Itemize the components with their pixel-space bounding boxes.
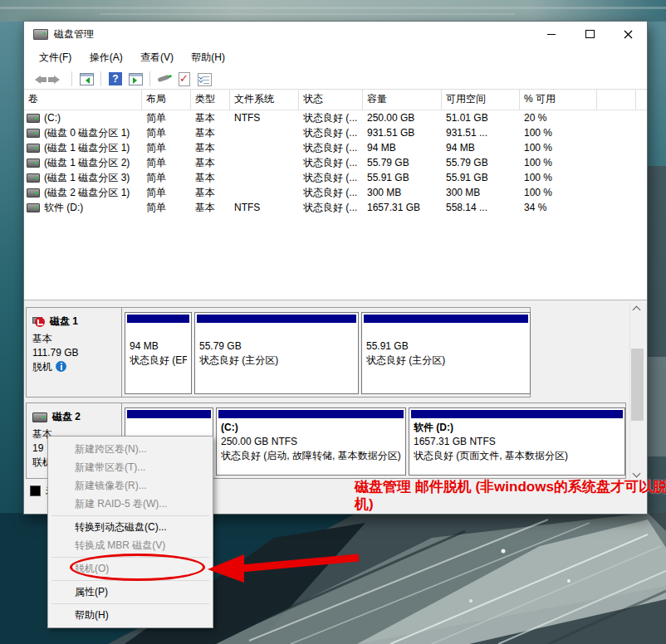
column-header-capacity[interactable]: 容量 [363,90,442,110]
column-header-filesystem[interactable]: 文件系统 [230,90,299,110]
volume-name: (磁盘 0 磁盘分区 1) [44,125,130,140]
volume-name: (磁盘 1 磁盘分区 3) [44,170,130,185]
volume-row[interactable]: (C:) 简单 基本 NTFS 状态良好 (... 250.00 GB 51.0… [24,110,647,125]
volume-icon [27,203,40,212]
vertical-scrollbar[interactable] [629,303,644,481]
annotation-ellipse [70,554,205,581]
checklist-icon[interactable] [196,71,213,86]
volume-icon [27,188,40,198]
menu-item-properties[interactable]: 属性(P) [50,583,211,601]
unallocated-swatch [30,485,41,496]
disk2-partition-c[interactable]: (C:) 250.00 GB NTFS 状态良好 (启动, 故障转储, 基本数据… [216,407,406,476]
partition-size: 55.91 GB [366,339,526,354]
volume-row[interactable]: (磁盘 1 磁盘分区 3) 简单 基本 状态良好 (... 55.91 GB 5… [24,170,647,185]
volume-icon [27,173,40,183]
partition-color-bar [364,315,528,323]
column-header-volume[interactable]: 卷 [24,90,142,110]
menu-item-help[interactable]: 帮助(H) [50,606,211,624]
volume-icon [27,129,40,138]
menu-help[interactable]: 帮助(H) [184,46,233,68]
partition-label [366,325,526,339]
green-play-icon [133,77,140,84]
menu-item-convert-to-mbr-disk[interactable]: 转换成 MBR 磁盘(V) [50,536,211,554]
column-header-type[interactable]: 类型 [191,90,230,110]
caption-buttons [532,22,647,46]
help-icon[interactable]: ? [107,71,124,86]
volume-name: 软件 (D:) [44,200,83,215]
disk1-name: 磁盘 1 [50,315,78,329]
disk1-type: 基本 [32,332,121,346]
disk1-partition-3[interactable]: 55.91 GB 状态良好 (主分区) [361,312,531,394]
title-bar: 磁盘管理 [24,22,647,46]
back-icon[interactable] [29,71,46,86]
disk-offline-icon [32,317,45,327]
close-button[interactable] [609,22,647,46]
menu-action[interactable]: 操作(A) [82,46,130,68]
partition-status: 状态良好 (页面文件, 基本数据分区) [414,449,620,463]
menu-item-new-mirrored-volume[interactable]: 新建镜像卷(R)... [50,476,211,495]
context-menu-separator [51,515,209,516]
disk-row-1: 磁盘 1 基本 111.79 GB 脱机 94 MB 状态良好 (EF 55.7… [26,307,531,398]
forward-arrow-icon [54,76,64,84]
document-icon: ✓ [179,72,190,86]
column-header-filler [597,90,636,110]
volume-list: 卷 布局 类型 文件系统 状态 容量 可用空间 % 可用 (C:) 简单 基本 … [24,90,647,300]
partition-color-bar [411,410,623,418]
partition-label: 软件 (D:) [414,421,620,435]
list-icon [198,73,212,86]
volume-row[interactable]: (磁盘 1 磁盘分区 2) 简单 基本 状态良好 (... 55.79 GB 5… [24,155,647,170]
window-title: 磁盘管理 [54,22,94,46]
scrollbar-thumb[interactable] [631,349,644,421]
menu-item-new-striped-volume[interactable]: 新建带区卷(T)... [50,458,211,476]
volume-icon [27,159,40,168]
screwdriver-icon [158,74,170,81]
maximize-button[interactable] [571,22,609,46]
column-header-freespace[interactable]: 可用空间 [442,90,520,110]
menu-bar: 文件(F) 操作(A) 查看(V) 帮助(H) [24,46,647,68]
column-header-status[interactable]: 状态 [299,90,363,110]
partition-color-bar [218,410,404,418]
partition-status: 状态良好 (启动, 故障转储, 基本数据分区) [221,449,401,463]
menu-item-new-raid5-volume[interactable]: 新建 RAID-5 卷(W)... [50,495,211,513]
volume-row[interactable]: (磁盘 0 磁盘分区 1) 简单 基本 状态良好 (... 931.51 GB … [24,125,647,140]
partition-label [130,421,208,435]
disk-icon [32,412,47,422]
disk2-partition-d[interactable]: 软件 (D:) 1657.31 GB NTFS 状态良好 (页面文件, 基本数据… [409,407,625,476]
minimize-icon [547,34,556,35]
annotation-arrow [204,546,362,584]
disk1-size: 111.79 GB [32,346,121,360]
menu-file[interactable]: 文件(F) [32,46,79,68]
maximize-icon [585,30,595,38]
volume-row[interactable]: (磁盘 1 磁盘分区 1) 简单 基本 状态良好 (... 94 MB 94 M… [24,140,647,155]
refresh-check-icon[interactable]: ✓ [176,71,193,86]
menu-item-new-spanned-volume[interactable]: 新建跨区卷(N)... [50,440,211,458]
menu-view[interactable]: 查看(V) [133,46,181,68]
minimize-button[interactable] [532,22,571,46]
green-arrow-icon [82,77,90,84]
menu-item-convert-to-dynamic-disk[interactable]: 转换到动态磁盘(C)... [50,518,211,536]
disk1-partition-1[interactable]: 94 MB 状态良好 (EF [125,312,192,394]
info-icon[interactable] [56,361,66,372]
tool-icon[interactable] [156,71,173,86]
scroll-up-button[interactable] [630,303,644,316]
column-header-layout[interactable]: 布局 [142,90,191,110]
volume-row[interactable]: (磁盘 2 磁盘分区 1) 简单 基本 状态良好 (... 300 MB 300… [24,185,647,200]
partition-color-bar [127,315,189,323]
annotation-note: 磁盘管理 邮件脱机 (非windows的系统盘才可以脱机) [355,478,666,513]
volume-row[interactable]: 软件 (D:) 简单 基本 NTFS 状态良好 (... 1657.31 GB … [24,200,647,215]
show-console-tree-icon[interactable] [78,71,95,86]
disk1-status: 脱机 [32,361,52,373]
show-action-pane-icon[interactable] [127,71,144,86]
red-check-icon: ✓ [179,72,189,85]
disk1-partition-2[interactable]: 55.79 GB 状态良好 (主分区) [194,312,359,394]
partition-label: (C:) [221,421,401,435]
partition-size: 55.79 GB [199,339,354,354]
disk-app-icon [33,29,48,40]
disk2-name: 磁盘 2 [52,410,81,424]
forward-icon[interactable] [49,71,66,86]
toolbar-separator [100,71,101,86]
disk1-label-panel[interactable]: 磁盘 1 基本 111.79 GB 脱机 [27,308,122,397]
column-header-percentfree[interactable]: % 可用 [520,90,597,110]
partition-label [199,325,354,339]
partition-size: 1657.31 GB NTFS [414,435,620,449]
